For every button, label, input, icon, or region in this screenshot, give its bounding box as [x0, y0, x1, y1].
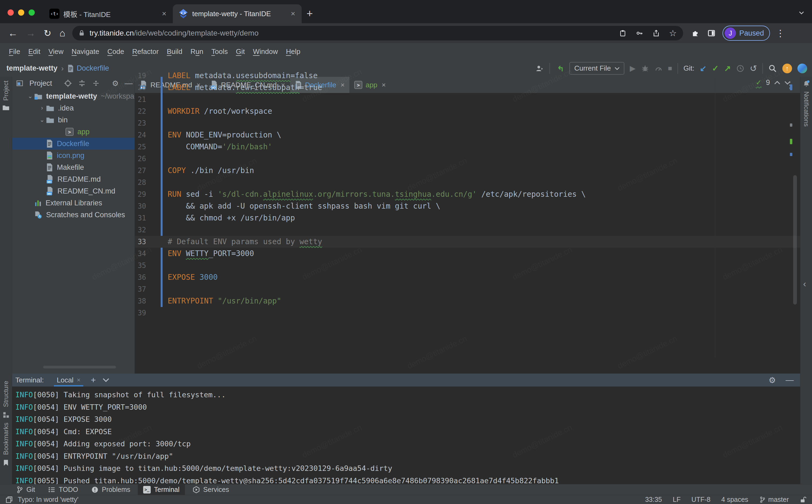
tree-item-readme-cn-md[interactable]: MDREADME_CN.md — [12, 185, 135, 197]
menu-item-help[interactable]: Help — [282, 47, 304, 56]
breadcrumb-project[interactable]: template-wetty — [6, 64, 57, 73]
tree-chevron-icon[interactable]: ⌄ — [26, 93, 34, 100]
tool-window-button-todo[interactable]: TODO — [43, 484, 84, 495]
status-stack-icon[interactable] — [5, 496, 13, 503]
minimize-window-icon[interactable] — [18, 9, 24, 16]
back-button[interactable]: ← — [8, 27, 18, 39]
file-encoding[interactable]: UTF-8 — [691, 496, 711, 503]
menu-item-window[interactable]: Window — [249, 47, 282, 56]
terminal-settings-gear-icon[interactable]: ⚙ — [769, 375, 776, 385]
project-view-icon[interactable] — [16, 80, 23, 87]
browser-tab-1[interactable]: ‹t›模板 - TitanIDE× — [44, 4, 173, 23]
tool-window-button-services[interactable]: Services — [187, 484, 235, 495]
new-terminal-session-button[interactable]: + — [91, 375, 96, 385]
expand-all-icon[interactable] — [78, 79, 86, 87]
menu-item-edit[interactable]: Edit — [24, 47, 44, 56]
tree-item-scratches-and-consoles[interactable]: Scratches and Consoles — [12, 209, 135, 221]
tree-chevron-icon[interactable]: ⌄ — [38, 116, 46, 123]
terminal-title: Terminal: — [15, 376, 44, 384]
menu-item-run[interactable]: Run — [187, 47, 208, 56]
status-message: Typo: In word 'wetty' — [18, 496, 78, 503]
terminal-tab-close-icon[interactable]: × — [77, 376, 81, 384]
tab-search-chevron-icon[interactable] — [798, 9, 805, 16]
side-panel-icon[interactable] — [707, 29, 715, 37]
editor-area[interactable]: MDREADME.md×MDREADME_CN.md×Dockerfile×>a… — [135, 77, 800, 374]
lock-icon[interactable] — [78, 30, 85, 37]
new-tab-button[interactable]: + — [307, 8, 313, 19]
structure-icon[interactable] — [2, 411, 9, 418]
indent-setting[interactable]: 4 spaces — [721, 496, 748, 503]
extensions-puzzle-icon[interactable] — [691, 29, 699, 37]
tool-stripe-notifications-button[interactable]: Notifications — [803, 91, 810, 127]
tree-item--idea[interactable]: ›.idea — [12, 102, 135, 114]
tab-close-icon[interactable]: × — [289, 9, 297, 18]
window-controls[interactable] — [8, 9, 35, 16]
tool-window-button-git[interactable]: Git — [11, 484, 40, 495]
code-token: 's/dl-cdn. — [218, 190, 263, 199]
tree-item-makefile[interactable]: Makefile — [12, 161, 135, 173]
menu-item-build[interactable]: Build — [163, 47, 187, 56]
browser-tab-2[interactable]: template-wetty - TitanIDE× — [173, 4, 302, 23]
panel-settings-gear-icon[interactable]: ⚙ — [112, 79, 119, 88]
menu-item-navigate[interactable]: Navigate — [68, 47, 104, 56]
unlock-icon[interactable] — [800, 496, 807, 503]
terminal-sessions-chevron-icon[interactable] — [103, 378, 109, 382]
menu-item-view[interactable]: View — [44, 47, 68, 56]
breadcrumb-file[interactable]: Dockerfile — [77, 64, 109, 73]
line-ending[interactable]: LF — [673, 496, 681, 503]
menu-item-git[interactable]: Git — [232, 47, 249, 56]
collapse-stripe-chevron-icon[interactable]: ‹ — [803, 278, 806, 289]
caret-position[interactable]: 33:35 — [645, 496, 662, 503]
tab-close-icon[interactable]: × — [160, 9, 168, 18]
tree-item-icon-png[interactable]: icon.png — [12, 150, 135, 161]
line-number: 21 — [135, 94, 146, 105]
tool-stripe-project-button[interactable]: Project — [2, 81, 10, 101]
browser-menu-kebab-icon[interactable]: ⋮ — [776, 28, 785, 39]
tool-window-button-terminal[interactable]: >_Terminal — [138, 484, 185, 495]
tree-item-readme-md[interactable]: MDREADME.md — [12, 173, 135, 185]
tree-item-bin[interactable]: ⌄bin — [12, 114, 135, 126]
close-window-icon[interactable] — [8, 9, 14, 16]
collapse-all-icon[interactable] — [92, 79, 100, 87]
project-horizontal-scrollbar[interactable] — [43, 366, 116, 368]
home-button[interactable]: ⌂ — [60, 27, 66, 39]
project-folder-icon[interactable] — [2, 105, 9, 111]
reload-button[interactable]: ↻ — [44, 28, 51, 39]
locate-file-icon[interactable] — [64, 79, 72, 87]
notifications-bell-icon[interactable] — [803, 80, 810, 88]
tool-stripe-structure-button[interactable]: Structure — [2, 381, 10, 407]
code-viewport[interactable]: 19LABEL metadata.usesubdomain=false20LAB… — [135, 93, 800, 374]
tree-chevron-icon[interactable]: › — [38, 105, 46, 112]
tool-stripe-bookmarks-button[interactable]: Bookmarks — [2, 423, 10, 455]
git-branch-widget[interactable]: master — [759, 496, 789, 503]
project-panel-title[interactable]: Project — [29, 79, 52, 88]
terminal-token: INFO — [15, 452, 33, 460]
terminal-minimize-icon[interactable]: — — [786, 375, 794, 385]
hide-panel-icon[interactable]: — — [125, 79, 133, 88]
menu-item-code[interactable]: Code — [103, 47, 128, 56]
terminal-tab-local[interactable]: Local × — [54, 374, 83, 386]
editor-scrollbar-thumb[interactable] — [793, 175, 797, 305]
tool-window-button-problems[interactable]: Problems — [86, 484, 136, 495]
share-icon[interactable] — [652, 29, 660, 37]
code-text: RUN sed -i 's/dl-cdn.alpinelinux.org/mir… — [168, 188, 586, 200]
address-bar[interactable]: try.titanide.cn/ide/web/coding/template-… — [72, 26, 683, 40]
menu-item-file[interactable]: File — [5, 47, 24, 56]
tree-item-app[interactable]: >app — [12, 126, 135, 138]
clipboard-icon[interactable] — [619, 29, 627, 37]
code-token: COMMAND= — [168, 142, 222, 151]
bookmark-star-icon[interactable]: ☆ — [669, 28, 677, 38]
password-key-icon[interactable] — [636, 29, 643, 37]
profile-button[interactable]: J Paused — [722, 26, 770, 41]
maximize-window-icon[interactable] — [29, 9, 35, 16]
code-line-21: 21 — [135, 94, 800, 105]
tree-item-external-libraries[interactable]: External Libraries — [12, 197, 135, 209]
tree-item-dockerfile[interactable]: Dockerfile — [12, 138, 135, 150]
bookmark-icon[interactable] — [3, 459, 9, 466]
forward-button[interactable]: → — [26, 27, 36, 39]
menu-item-refactor[interactable]: Refactor — [128, 47, 163, 56]
line-number: 26 — [135, 153, 146, 165]
menu-item-tools[interactable]: Tools — [207, 47, 232, 56]
tree-item-template-wetty[interactable]: ⌄template-wetty~/workspace — [12, 90, 135, 102]
code-line-29: 29RUN sed -i 's/dl-cdn.alpinelinux.org/m… — [135, 188, 800, 200]
